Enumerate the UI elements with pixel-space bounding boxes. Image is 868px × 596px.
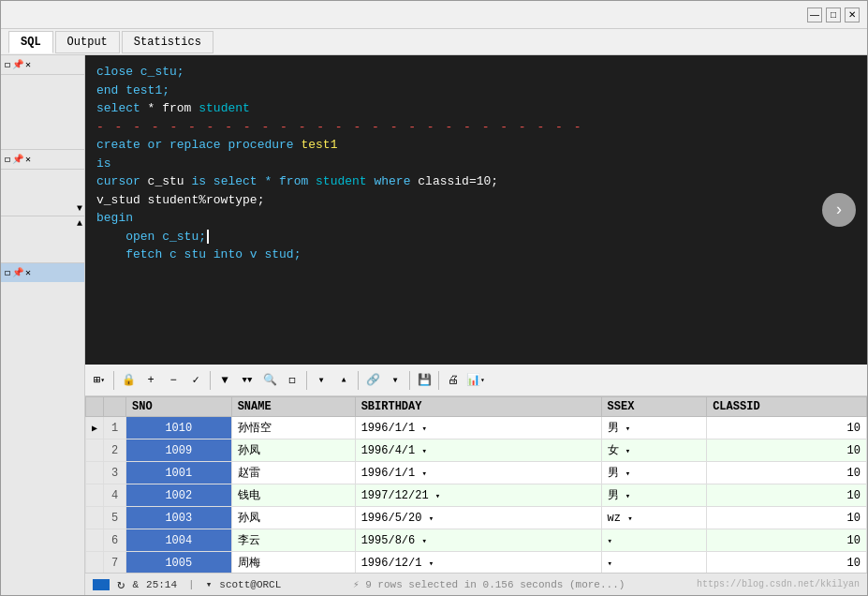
- row-arrow: [86, 462, 104, 484]
- right-area: close c_stu; end test1; select * from st…: [85, 55, 867, 595]
- status-refresh-icon[interactable]: ↻: [117, 576, 125, 592]
- table-row[interactable]: 7 1005 周梅 1996/12/1 ▾ ▾ 10: [86, 552, 867, 574]
- status-connection: ▾: [206, 578, 213, 590]
- status-connection-label: scott@ORCL: [219, 579, 281, 590]
- left-panel: ◻ 📌 ✕ ◻ 📌 ✕ ▼ ▲ ◻ 📌 ✕: [1, 55, 85, 595]
- table-view-button[interactable]: ⊞▾: [89, 370, 110, 391]
- row-arrow: [86, 552, 104, 574]
- panel3-close-icon[interactable]: ✕: [25, 267, 31, 278]
- table-row[interactable]: ▶ 1 1010 孙悟空 1996/1/1 ▾ 男 ▾ 10: [86, 417, 867, 440]
- code-line-9: begin: [96, 209, 856, 228]
- close-button[interactable]: ✕: [845, 7, 860, 22]
- row-num: 7: [104, 552, 126, 574]
- search-button[interactable]: 🔍: [259, 370, 280, 391]
- cell-sno: 1003: [126, 507, 232, 529]
- tab-output[interactable]: Output: [55, 31, 120, 53]
- code-line-7: cursor c_stu is select * from student wh…: [96, 172, 856, 191]
- filter-up-button[interactable]: ▾: [333, 370, 354, 391]
- col-arrow: [86, 397, 104, 417]
- table-row[interactable]: 6 1004 李云 1995/8/6 ▾ ▾ 10: [86, 529, 867, 552]
- toolbar-sep-6: [438, 371, 439, 390]
- toolbar-sep-2: [210, 371, 211, 390]
- nav-arrow-button[interactable]: ›: [822, 193, 856, 227]
- code-line-3: select * from student: [96, 99, 856, 118]
- row-num: 5: [104, 507, 126, 529]
- chart-button[interactable]: 📊▾: [465, 370, 486, 391]
- scroll-up-icon[interactable]: ▲: [77, 218, 82, 229]
- status-watermark: https://blog.csdn.net/kkilyan: [697, 579, 860, 589]
- data-toolbar: ⊞▾ 🔒 + − ✓ ▼ ▼▼ 🔍 ◻ ▾ ▾ 🔗 ▾ 💾: [85, 365, 867, 396]
- col-classid[interactable]: CLASSID: [707, 397, 867, 417]
- panel2-collapse-icon[interactable]: ◻: [5, 154, 10, 165]
- panel-pin-icon[interactable]: 📌: [12, 59, 23, 70]
- row-num: 4: [104, 484, 126, 507]
- toolbar-sep-4: [358, 371, 359, 390]
- cell-sname: 钱电: [231, 484, 355, 507]
- status-flag-icon: [93, 579, 110, 590]
- cell-classid: 10: [707, 462, 867, 484]
- add-row-button[interactable]: +: [140, 370, 161, 391]
- sort-asc-button[interactable]: ▼: [214, 370, 235, 391]
- status-ampersand: &: [132, 579, 139, 590]
- main-area: ◻ 📌 ✕ ◻ 📌 ✕ ▼ ▲ ◻ 📌 ✕: [1, 55, 867, 595]
- panel3-collapse-icon[interactable]: ◻: [5, 267, 10, 278]
- data-table-area: SNO SNAME SBIRTHDAY SSEX CLASSID ▶ 1 101…: [85, 396, 867, 573]
- row-num: 6: [104, 529, 126, 552]
- col-sbirthday[interactable]: SBIRTHDAY: [355, 397, 601, 417]
- code-editor[interactable]: close c_stu; end test1; select * from st…: [85, 55, 867, 365]
- cell-sbirthday: 1997/12/21 ▾: [355, 484, 601, 507]
- panel2-pin-icon[interactable]: 📌: [12, 154, 23, 165]
- cell-sno: 1001: [126, 462, 232, 484]
- col-sname[interactable]: SNAME: [231, 397, 355, 417]
- title-controls: — □ ✕: [807, 7, 860, 22]
- tab-sql[interactable]: SQL: [8, 31, 53, 53]
- cell-classid: 10: [707, 507, 867, 529]
- minimize-button[interactable]: —: [807, 7, 822, 22]
- row-arrow: [86, 440, 104, 462]
- panel3-pin-icon[interactable]: 📌: [12, 267, 23, 278]
- print-button[interactable]: 🖨: [443, 370, 463, 391]
- code-line-2: end test1;: [96, 82, 856, 100]
- delete-row-button[interactable]: −: [163, 370, 184, 391]
- table-row[interactable]: 4 1002 钱电 1997/12/21 ▾ 男 ▾ 10: [86, 484, 867, 507]
- save-button[interactable]: 💾: [414, 370, 434, 391]
- status-time: 25:14: [146, 579, 177, 590]
- cell-sname: 孙凤: [231, 440, 355, 462]
- filter-button[interactable]: ◻: [282, 370, 302, 391]
- lock-button[interactable]: 🔒: [118, 370, 139, 391]
- cell-classid: 10: [707, 484, 867, 507]
- row-arrow: [86, 529, 104, 552]
- cell-sbirthday: 1996/12/1 ▾: [355, 552, 601, 574]
- col-rownum: [104, 397, 126, 417]
- code-line-dashes: - - - - - - - - - - - - - - - - - - - - …: [96, 118, 856, 137]
- panel-close-icon[interactable]: ✕: [25, 59, 31, 70]
- cell-sname: 孙悟空: [231, 417, 355, 440]
- status-bar: ↻ & 25:14 | ▾ scott@ORCL ⚡ 9 rows select…: [85, 573, 867, 595]
- row-num: 1: [104, 417, 126, 440]
- row-arrow: [86, 484, 104, 507]
- confirm-button[interactable]: ✓: [185, 370, 206, 391]
- panel-collapse-icon[interactable]: ◻: [5, 59, 10, 70]
- tab-bar: SQL Output Statistics: [1, 29, 867, 55]
- cell-sname: 周梅: [231, 552, 355, 574]
- table-row[interactable]: 5 1003 孙凤 1996/5/20 ▾ wz ▾ 10: [86, 507, 867, 529]
- table-row[interactable]: 3 1001 赵雷 1996/1/1 ▾ 男 ▾ 10: [86, 462, 867, 484]
- col-sno[interactable]: SNO: [126, 397, 232, 417]
- code-line-10: open c_stu;: [96, 228, 856, 246]
- col-ssex[interactable]: SSEX: [601, 397, 707, 417]
- export-dropdown-button[interactable]: ▾: [385, 370, 405, 391]
- data-table: SNO SNAME SBIRTHDAY SSEX CLASSID ▶ 1 101…: [85, 396, 867, 573]
- export-button[interactable]: 🔗: [362, 370, 383, 391]
- toolbar-sep-3: [306, 371, 307, 390]
- main-window: — □ ✕ SQL Output Statistics ◻ 📌 ✕ ◻ 📌 ✕: [0, 0, 868, 596]
- maximize-button[interactable]: □: [826, 7, 841, 22]
- table-row[interactable]: 2 1009 孙凤 1996/4/1 ▾ 女 ▾ 10: [86, 440, 867, 462]
- title-bar: — □ ✕: [1, 1, 867, 29]
- filter-down-button[interactable]: ▾: [311, 370, 331, 391]
- panel2-close-icon[interactable]: ✕: [25, 154, 31, 165]
- cell-sname: 李云: [231, 529, 355, 552]
- tab-statistics[interactable]: Statistics: [122, 31, 213, 53]
- sort-desc-button[interactable]: ▼▼: [237, 370, 257, 391]
- scroll-down-icon[interactable]: ▼: [77, 203, 82, 214]
- cell-ssex: ▾: [601, 552, 707, 574]
